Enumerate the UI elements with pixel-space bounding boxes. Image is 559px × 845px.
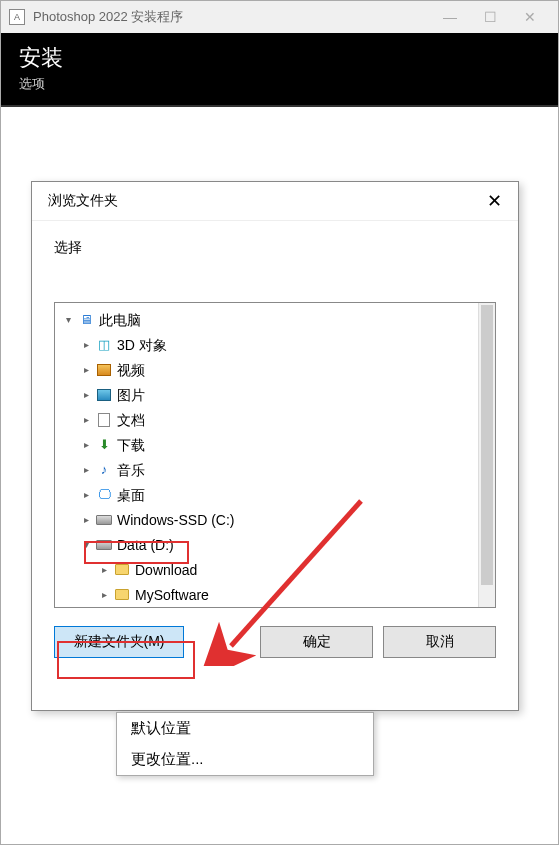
window-titlebar: A Photoshop 2022 安装程序 — ☐ ✕	[1, 1, 558, 33]
expand-icon[interactable]: ▸	[79, 458, 93, 482]
annotation-highlight-d-drive	[84, 541, 189, 564]
tree-label: 桌面	[117, 483, 145, 507]
annotation-highlight-new-folder	[57, 641, 195, 679]
threed-icon: ◫	[95, 337, 113, 353]
tree-node-desktop[interactable]: ▸ 🖵 桌面	[61, 482, 495, 507]
tree-label: 此电脑	[99, 308, 141, 332]
dialog-titlebar: 浏览文件夹 ✕	[32, 182, 518, 221]
pictures-icon	[95, 387, 113, 403]
tree-node-video[interactable]: ▸ 视频	[61, 357, 495, 382]
location-popup-menu: 默认位置 更改位置...	[116, 712, 374, 776]
folder-icon	[113, 587, 131, 603]
minimize-button[interactable]: —	[430, 2, 470, 32]
tree-label: Windows-SSD (C:)	[117, 508, 234, 532]
maximize-button[interactable]: ☐	[470, 2, 510, 32]
tree-node-c-drive[interactable]: ▸ Windows-SSD (C:)	[61, 507, 495, 532]
tree-label: 音乐	[117, 458, 145, 482]
tree-node-mysoftware-folder[interactable]: ▸ MySoftware	[61, 582, 495, 607]
tree-label: MySoftware	[135, 583, 209, 607]
dialog-title: 浏览文件夹	[48, 192, 118, 210]
video-icon	[95, 362, 113, 378]
this-pc-icon: 🖥	[77, 312, 95, 328]
app-icon: A	[9, 9, 25, 25]
expand-icon[interactable]: ▸	[79, 408, 93, 432]
desktop-icon: 🖵	[95, 487, 113, 503]
menu-item-default-location[interactable]: 默认位置	[117, 713, 373, 744]
browse-folder-dialog: 浏览文件夹 ✕ 选择 ▾ 🖥 此电脑 ▸ ◫ 3D 对象	[31, 181, 519, 711]
tree-node-3d[interactable]: ▸ ◫ 3D 对象	[61, 332, 495, 357]
collapse-icon[interactable]: ▾	[61, 308, 75, 332]
menu-item-change-location[interactable]: 更改位置...	[117, 744, 373, 775]
tree-node-downloads[interactable]: ▸ ⬇ 下载	[61, 432, 495, 457]
tree-node-music[interactable]: ▸ ♪ 音乐	[61, 457, 495, 482]
expand-icon[interactable]: ▸	[97, 583, 111, 607]
tree-scrollbar[interactable]	[478, 303, 495, 607]
tree-node-documents[interactable]: ▸ 文档	[61, 407, 495, 432]
downloads-icon: ⬇	[95, 437, 113, 453]
music-icon: ♪	[95, 462, 113, 478]
expand-icon[interactable]: ▸	[79, 483, 93, 507]
install-title: 安装	[19, 43, 540, 73]
tree-label: 文档	[117, 408, 145, 432]
installer-window: A Photoshop 2022 安装程序 — ☐ ✕ 安装 选项 浏览文件夹 …	[0, 0, 559, 845]
select-label: 选择	[54, 239, 496, 257]
close-button[interactable]: ✕	[510, 2, 550, 32]
ok-button[interactable]: 确定	[260, 626, 373, 658]
expand-icon[interactable]: ▸	[79, 358, 93, 382]
install-header: 安装 选项	[1, 33, 558, 105]
tree-label: 3D 对象	[117, 333, 167, 357]
expand-icon[interactable]: ▸	[79, 508, 93, 532]
drive-icon	[95, 512, 113, 528]
tree-label: 下载	[117, 433, 145, 457]
install-subtitle: 选项	[19, 75, 540, 93]
tree-label: 图片	[117, 383, 145, 407]
documents-icon	[95, 412, 113, 428]
tree-node-pictures[interactable]: ▸ 图片	[61, 382, 495, 407]
expand-icon[interactable]: ▸	[79, 333, 93, 357]
expand-icon[interactable]: ▸	[79, 383, 93, 407]
window-title: Photoshop 2022 安装程序	[33, 8, 183, 26]
cancel-button[interactable]: 取消	[383, 626, 496, 658]
dialog-close-button[interactable]: ✕	[481, 190, 508, 212]
tree-node-this-pc[interactable]: ▾ 🖥 此电脑	[61, 307, 495, 332]
expand-icon[interactable]: ▸	[79, 433, 93, 457]
tree-label: 视频	[117, 358, 145, 382]
